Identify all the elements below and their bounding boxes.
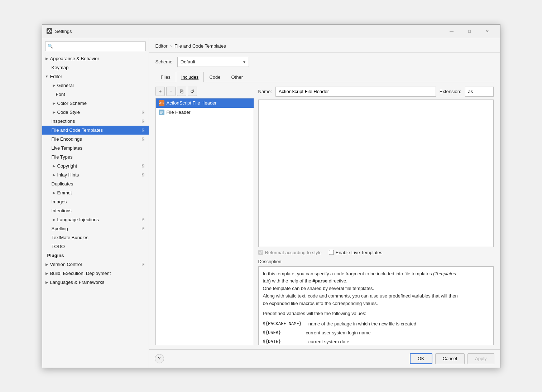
window-title: Settings [55, 29, 443, 34]
live-templates-label: Enable Live Templates [336, 250, 383, 255]
minimize-button[interactable]: — [443, 26, 460, 37]
sidebar-item-code-style[interactable]: ▶ Code Style ⎘ [42, 108, 149, 117]
extension-label: Extension: [440, 89, 461, 94]
sidebar-item-copyright[interactable]: ▶ Copyright ⎘ [42, 161, 149, 170]
desc-parse-bold: #parse [312, 278, 327, 284]
sidebar-item-images[interactable]: Images [42, 197, 149, 206]
sidebar-item-emmet[interactable]: ▶ Emmet [42, 188, 149, 197]
desc-line1: In this template, you can specify a code… [263, 270, 489, 278]
sidebar-item-spelling[interactable]: Spelling ⎘ [42, 224, 149, 233]
scheme-row: Scheme: Default Project ▼ [155, 57, 494, 67]
reformat-checkbox[interactable] [258, 250, 263, 255]
sidebar-item-appearance-behavior[interactable]: ▶ Appearance & Behavior [42, 54, 149, 63]
sidebar-item-build-execution-deployment[interactable]: ▶ Build, Execution, Deployment [42, 269, 149, 278]
sidebar-item-file-encodings[interactable]: File Encodings ⎘ [42, 135, 149, 144]
sidebar-item-version-control[interactable]: ▶ Version Control ⎘ [42, 260, 149, 269]
chevron-right-icon: ▶ [52, 172, 57, 177]
desc-vars: ${PACKAGE_NAME} name of the package in w… [263, 320, 489, 345]
name-input[interactable] [275, 87, 436, 97]
sidebar-item-todo[interactable]: TODO [42, 242, 149, 251]
sidebar-item-language-injections[interactable]: ▶ Language Injections ⎘ [42, 215, 149, 224]
live-templates-checkbox[interactable] [329, 250, 334, 255]
sidebar-item-inspections[interactable]: Inspections ⎘ [42, 117, 149, 126]
tab-other[interactable]: Other [226, 72, 248, 82]
sidebar-item-color-scheme[interactable]: ▶ Color Scheme [42, 99, 149, 108]
close-button[interactable]: ✕ [479, 26, 496, 37]
sidebar-item-label: Plugins [47, 253, 146, 258]
copy-template-button[interactable]: ⎘ [177, 87, 186, 96]
app-icon [47, 28, 52, 34]
chevron-right-icon: ▶ [44, 280, 49, 285]
sidebar-item-live-templates[interactable]: Live Templates [42, 144, 149, 153]
tab-code[interactable]: Code [204, 72, 226, 82]
bottom-buttons: OK Cancel Apply [410, 353, 494, 364]
sidebar-item-plugins[interactable]: Plugins [42, 251, 149, 260]
apply-button[interactable]: Apply [467, 353, 494, 364]
sidebar-item-file-types[interactable]: File Types [42, 153, 149, 161]
live-templates-checkbox-wrap[interactable]: Enable Live Templates [329, 250, 383, 255]
content-area: 🔍 ▶ Appearance & Behavior Keymap ▼ Edito… [42, 38, 500, 368]
chevron-right-icon: ▶ [44, 271, 49, 276]
sidebar-item-intentions[interactable]: Intentions [42, 206, 149, 215]
sidebar-item-label: Images [52, 199, 146, 204]
reformat-checkbox-wrap[interactable]: Reformat according to style [258, 250, 322, 255]
maximize-button[interactable]: □ [461, 26, 478, 37]
sidebar-item-editor[interactable]: ▼ Editor [42, 72, 149, 81]
sidebar-item-label: File Encodings [52, 136, 139, 142]
titlebar: Settings — □ ✕ [42, 25, 500, 38]
scheme-select-wrap[interactable]: Default Project ▼ [177, 57, 249, 67]
sidebar-item-font[interactable]: Font [42, 90, 149, 99]
template-list: AS ActionScript File Header [155, 98, 254, 345]
copy-badge-icon: ⎘ [141, 226, 146, 231]
split-pane: ＋ － ⎘ ↺ AS ActionScript File Header [155, 87, 494, 345]
sidebar-item-label: Language Injections [57, 217, 139, 222]
ok-button[interactable]: OK [410, 353, 432, 364]
code-editor[interactable] [258, 100, 494, 247]
template-item-actionscript-file-header[interactable]: AS ActionScript File Header [156, 98, 254, 108]
sidebar-item-label: Languages & Frameworks [50, 280, 146, 285]
desc-line3: One template can be shared by several fi… [263, 285, 489, 292]
sidebar-item-inlay-hints[interactable]: ▶ Inlay Hints ⎘ [42, 170, 149, 179]
copy-badge-icon: ⎘ [141, 118, 146, 124]
add-template-button[interactable]: ＋ [155, 87, 165, 96]
sidebar-item-duplicates[interactable]: Duplicates [42, 179, 149, 188]
extension-input[interactable] [465, 87, 494, 97]
reset-template-button[interactable]: ↺ [188, 87, 197, 96]
copy-badge-icon: ⎘ [141, 172, 146, 177]
sidebar-item-label: General [57, 83, 146, 88]
breadcrumb: Editor › File and Code Templates [149, 38, 500, 53]
search-input[interactable] [45, 41, 146, 51]
help-button[interactable]: ? [155, 354, 164, 363]
name-row: Name: Extension: [258, 87, 494, 97]
sidebar-item-keymap[interactable]: Keymap [42, 63, 149, 72]
template-item-file-header[interactable]: File Header [156, 108, 254, 117]
sidebar-item-languages-frameworks[interactable]: ▶ Languages & Frameworks [42, 278, 149, 287]
search-box[interactable]: 🔍 [45, 41, 146, 51]
breadcrumb-current: File and Code Templates [174, 43, 226, 49]
template-item-name: ActionScript File Header [167, 100, 217, 106]
svg-rect-7 [160, 111, 163, 112]
desc-var-date-desc: current system date [281, 338, 349, 345]
copy-badge-icon: ⎘ [141, 110, 146, 115]
scheme-select[interactable]: Default Project [177, 57, 249, 67]
sidebar-item-general[interactable]: ▶ General [42, 81, 149, 90]
sidebar-item-label: Live Templates [52, 145, 146, 151]
chevron-right-icon: ▶ [52, 217, 57, 222]
sidebar-item-label: Duplicates [52, 181, 146, 187]
sidebar-item-file-and-code-templates[interactable]: File and Code Templates ⎘ [42, 126, 149, 135]
tab-files[interactable]: Files [155, 72, 176, 82]
tab-includes[interactable]: Includes [176, 72, 204, 82]
desc-line2: tab) with the help of the #parse directi… [263, 277, 489, 285]
desc-var-user-desc: current user system login name [281, 329, 371, 337]
svg-rect-3 [49, 33, 50, 33]
cancel-button[interactable]: Cancel [435, 353, 465, 364]
remove-template-button[interactable]: － [166, 87, 176, 96]
bottom-bar: ? OK Cancel Apply [149, 349, 500, 368]
copy-badge-icon: ⎘ [141, 217, 146, 222]
copy-badge-icon: ⎘ [141, 136, 146, 141]
desc-templates-italic: Templates [435, 271, 456, 276]
sidebar-item-label: Version Control [50, 262, 139, 267]
reformat-label: Reformat according to style [265, 250, 322, 255]
right-pane: Name: Extension: Reformat according to s… [258, 87, 494, 345]
sidebar-item-textmate-bundles[interactable]: TextMate Bundles [42, 233, 149, 242]
